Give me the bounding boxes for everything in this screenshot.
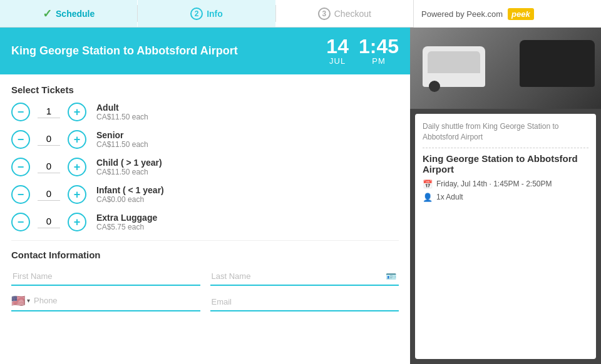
tab-checkout-label: Checkout (334, 9, 371, 19)
increase-qty-button[interactable]: + (68, 213, 86, 231)
tabs-area: ✓ Schedule 2 Info 3 Checkout (0, 0, 413, 27)
calendar-icon: 📅 (423, 179, 433, 189)
summary-subtitle: Daily shuttle from King George Station t… (423, 121, 588, 143)
date-num: 14 (326, 36, 349, 56)
time-block: 1:45 PM (359, 36, 399, 66)
summary-card: Daily shuttle from King George Station t… (415, 114, 596, 359)
last-name-input[interactable] (210, 268, 399, 286)
decrease-qty-button[interactable]: − (11, 103, 30, 121)
peek-logo: peek (508, 8, 534, 20)
ticket-list: − 1 + Adult CA$11.50 each − 0 + Senior C… (11, 103, 399, 231)
check-icon: ✓ (43, 7, 52, 21)
right-panel: Daily shuttle from King George Station t… (410, 28, 601, 364)
name-row: 🪪 (11, 268, 399, 286)
date-block: 14 JUL (326, 36, 349, 66)
left-panel: King George Station to Abbotsford Airpor… (0, 28, 410, 364)
id-card-icon: 🪪 (386, 271, 396, 281)
tab-info-step: 2 (190, 8, 203, 20)
tab-info[interactable]: 2 Info (138, 0, 275, 27)
time-value: 1:45 (359, 36, 399, 56)
summary-divider (423, 148, 588, 148)
powered-by-text: Powered by Peek.com (421, 9, 503, 19)
increase-qty-button[interactable]: + (68, 185, 86, 204)
phone-field: 🇺🇸 ▾ (11, 293, 200, 311)
qty-value: 0 (38, 133, 60, 146)
phone-email-row: 🇺🇸 ▾ (11, 293, 399, 311)
tab-schedule-label: Schedule (56, 9, 95, 19)
ticket-price: CA$11.50 each (96, 140, 148, 149)
flag-selector[interactable]: 🇺🇸 ▾ (11, 294, 30, 308)
increase-qty-button[interactable]: + (68, 130, 86, 149)
ticket-info: Infant ( < 1 year) CA$0.00 each (96, 185, 164, 204)
contact-section-title: Contact Information (11, 250, 399, 260)
flag-emoji: 🇺🇸 (11, 294, 25, 308)
email-input[interactable] (210, 293, 399, 311)
ticket-row: − 0 + Extra Luggage CA$5.75 each (11, 213, 399, 231)
decrease-qty-button[interactable]: − (11, 185, 30, 204)
qty-value: 0 (38, 188, 60, 201)
chevron-down-icon: ▾ (27, 297, 30, 304)
ticket-price: CA$0.00 each (96, 195, 164, 204)
ticket-price: CA$5.75 each (96, 223, 157, 231)
tab-info-label: Info (207, 9, 223, 19)
date-month: JUL (329, 56, 346, 66)
tab-checkout[interactable]: 3 Checkout (276, 0, 413, 27)
summary-date-detail: 📅 Friday, Jul 14th · 1:45PM - 2:50PM (423, 179, 588, 189)
qty-value: 0 (38, 161, 60, 173)
contact-section: Contact Information 🪪 🇺🇸 ▾ (11, 240, 399, 311)
summary-date-text: Friday, Jul 14th · 1:45PM - 2:50PM (436, 179, 552, 188)
ticket-name: Adult (96, 103, 148, 113)
ticket-price: CA$11.50 each (96, 113, 148, 121)
first-name-field (11, 268, 200, 286)
top-navigation: ✓ Schedule 2 Info 3 Checkout Powered by … (0, 0, 601, 28)
summary-passengers-text: 1x Adult (436, 193, 463, 201)
increase-qty-button[interactable]: + (68, 158, 86, 176)
decrease-qty-button[interactable]: − (11, 130, 30, 149)
first-name-input[interactable] (11, 268, 200, 286)
main-content: King George Station to Abbotsford Airpor… (0, 28, 601, 364)
decrease-qty-button[interactable]: − (11, 158, 30, 176)
shuttle-image (410, 28, 601, 109)
ticket-row: − 1 + Adult CA$11.50 each (11, 103, 399, 121)
booking-datetime: 14 JUL 1:45 PM (326, 36, 399, 66)
time-period: PM (372, 56, 386, 66)
ticket-name: Child ( > 1 year) (96, 158, 162, 168)
van-white-decoration (423, 46, 485, 87)
increase-qty-button[interactable]: + (68, 103, 86, 121)
ticket-row: − 0 + Senior CA$11.50 each (11, 130, 399, 149)
ticket-price: CA$11.50 each (96, 168, 162, 176)
summary-passengers: 👤 1x Adult (423, 193, 588, 202)
van-black-decoration (520, 40, 595, 87)
powered-by-bar: Powered by Peek.com peek (413, 0, 601, 28)
ticket-name: Extra Luggage (96, 213, 157, 223)
ticket-info: Senior CA$11.50 each (96, 130, 148, 149)
qty-value: 0 (38, 216, 60, 228)
decrease-qty-button[interactable]: − (11, 213, 30, 231)
ticket-info: Child ( > 1 year) CA$11.50 each (96, 158, 162, 176)
booking-header: King George Station to Abbotsford Airpor… (0, 28, 410, 74)
tab-checkout-step: 3 (318, 8, 331, 20)
content-area: Select Tickets − 1 + Adult CA$11.50 each… (0, 74, 410, 364)
ticket-info: Adult CA$11.50 each (96, 103, 148, 121)
ticket-row: − 0 + Child ( > 1 year) CA$11.50 each (11, 158, 399, 176)
person-icon: 👤 (423, 193, 433, 202)
ticket-name: Senior (96, 130, 148, 140)
qty-value: 1 (38, 106, 60, 118)
tab-schedule[interactable]: ✓ Schedule (0, 0, 137, 27)
last-name-field: 🪪 (210, 268, 399, 286)
summary-route: King George Station to Abbotsford Airpor… (423, 153, 588, 174)
phone-input[interactable] (34, 296, 200, 305)
ticket-info: Extra Luggage CA$5.75 each (96, 213, 157, 231)
booking-title: King George Station to Abbotsford Airpor… (11, 44, 238, 58)
ticket-name: Infant ( < 1 year) (96, 185, 164, 195)
tickets-section-title: Select Tickets (11, 84, 399, 95)
email-field (210, 293, 399, 311)
ticket-row: − 0 + Infant ( < 1 year) CA$0.00 each (11, 185, 399, 204)
